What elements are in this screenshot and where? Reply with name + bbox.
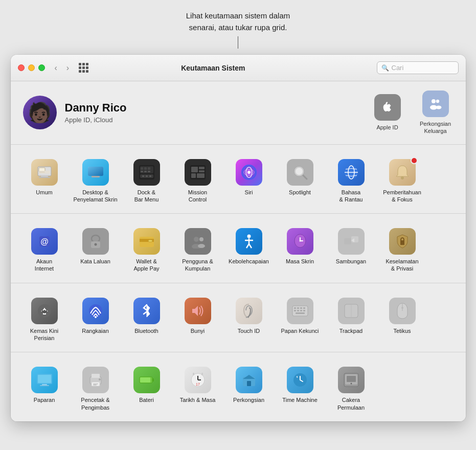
badge-notification bbox=[411, 157, 418, 164]
pref-icon-network bbox=[82, 298, 109, 324]
family-label: PerkongsianKeluarga bbox=[420, 120, 451, 135]
pref-item-internet[interactable]: @AkaunInternet bbox=[19, 223, 70, 277]
search-box[interactable]: 🔍 bbox=[377, 61, 459, 74]
svg-rect-103 bbox=[201, 373, 203, 375]
close-button[interactable] bbox=[18, 64, 25, 71]
pref-item-trackpad[interactable]: Trackpad bbox=[326, 292, 377, 346]
svg-rect-92 bbox=[93, 384, 98, 385]
svg-rect-11 bbox=[88, 167, 103, 176]
pref-item-bluetooth[interactable]: Bluetooth bbox=[121, 292, 172, 346]
svg-rect-105 bbox=[247, 381, 251, 386]
pref-grid-row1: UmumDesktop &Penyelamat SkrinDock &Bar M… bbox=[11, 145, 466, 214]
svg-rect-74 bbox=[300, 307, 302, 309]
svg-point-110 bbox=[350, 383, 352, 385]
svg-point-44 bbox=[92, 235, 100, 242]
pref-item-display[interactable]: Paparan bbox=[19, 362, 70, 415]
family-action[interactable]: PerkongsianKeluarga bbox=[418, 91, 454, 135]
svg-point-36 bbox=[296, 168, 303, 175]
avatar[interactable]: 🧑🏿 bbox=[23, 96, 57, 129]
pref-item-mouse[interactable]: Tetikus bbox=[377, 292, 428, 346]
pref-item-language[interactable]: Bahasa& Rantau bbox=[326, 154, 377, 208]
pref-grid-inner-2: @AkaunInternetKata LaluanWallet &Apple P… bbox=[19, 223, 458, 277]
titlebar: ‹ › Keutamaan Sistem 🔍 bbox=[11, 55, 466, 81]
pref-item-dock[interactable]: Dock &Bar Menu bbox=[121, 154, 172, 208]
pref-item-network[interactable]: Rangkaian bbox=[70, 292, 121, 346]
pref-label-screentime: Masa Skrin bbox=[286, 258, 314, 265]
pref-icon-notification bbox=[389, 159, 416, 186]
pref-label-network: Rangkaian bbox=[82, 327, 109, 334]
svg-point-34 bbox=[247, 171, 251, 174]
svg-rect-109 bbox=[347, 376, 356, 382]
pref-item-umum[interactable]: Umum bbox=[19, 154, 70, 208]
search-input[interactable] bbox=[392, 64, 453, 72]
pref-label-sound: Bunyi bbox=[191, 327, 205, 334]
pref-item-spotlight[interactable]: Spotlight bbox=[275, 154, 326, 208]
pref-label-internet: AkaunInternet bbox=[35, 258, 54, 273]
profile-info: Danny Rico Apple ID, iCloud bbox=[65, 101, 370, 124]
pref-label-siri: Siri bbox=[245, 189, 253, 196]
pref-item-wallet[interactable]: Wallet &Apple Pay bbox=[121, 223, 172, 277]
svg-rect-23 bbox=[146, 175, 148, 177]
pref-label-display: Paparan bbox=[34, 396, 55, 403]
pref-item-softwareupdate[interactable]: Kemas KiniPerisian bbox=[19, 292, 70, 346]
pref-icon-language bbox=[338, 159, 365, 186]
pref-item-keyboard[interactable]: Papan Kekunci bbox=[275, 292, 326, 346]
svg-line-37 bbox=[303, 175, 307, 179]
svg-rect-78 bbox=[300, 310, 302, 311]
pref-icon-keyboard bbox=[287, 298, 313, 324]
svg-point-94 bbox=[99, 378, 101, 380]
pref-icon-umum bbox=[31, 159, 58, 186]
pref-item-security[interactable]: Keselamatan& Privasi bbox=[377, 223, 428, 277]
svg-line-57 bbox=[246, 244, 249, 248]
pref-icon-touchid bbox=[236, 298, 262, 324]
pref-label-spotlight: Spotlight bbox=[289, 189, 311, 196]
pref-label-bluetooth: Bluetooth bbox=[134, 327, 158, 334]
pref-icon-dock bbox=[133, 159, 160, 186]
maximize-button[interactable] bbox=[38, 64, 45, 71]
search-icon: 🔍 bbox=[381, 64, 389, 72]
pref-item-printer[interactable]: Pencetak &Pengimbas bbox=[70, 362, 121, 415]
pref-label-timemachine: Time Machine bbox=[282, 396, 318, 403]
svg-rect-88 bbox=[40, 385, 49, 386]
pref-item-accessibility[interactable]: Kebolehcapaian bbox=[223, 223, 275, 277]
pref-icon-mission bbox=[185, 159, 211, 186]
pref-icon-datetime: 17 bbox=[185, 367, 211, 393]
pref-item-screentime[interactable]: Masa Skrin bbox=[275, 223, 326, 277]
pref-item-sound[interactable]: Bunyi bbox=[172, 292, 223, 346]
svg-point-50 bbox=[194, 237, 199, 242]
svg-rect-93 bbox=[93, 385, 97, 386]
pref-label-sharing: Perkongsian bbox=[233, 396, 264, 403]
pref-icon-extensions bbox=[338, 228, 365, 255]
profile-actions: Apple ID PerkongsianKeluarga bbox=[370, 91, 454, 135]
avatar-emoji: 🧑🏿 bbox=[28, 103, 52, 122]
pref-item-desktop[interactable]: Desktop &Penyelamat Skrin bbox=[70, 154, 121, 208]
pref-item-sharing[interactable]: Perkongsian bbox=[223, 362, 275, 415]
pref-icon-timemachine bbox=[287, 367, 313, 393]
pref-item-mission[interactable]: MissionControl bbox=[172, 154, 223, 208]
apple-id-action[interactable]: Apple ID bbox=[370, 94, 405, 131]
svg-point-3 bbox=[436, 106, 441, 109]
pref-label-mouse: Tetikus bbox=[393, 327, 411, 334]
pref-label-touchid: Touch ID bbox=[238, 327, 260, 334]
pref-item-password[interactable]: Kata Laluan bbox=[70, 223, 121, 277]
pref-label-accessibility: Kebolehcapaian bbox=[229, 258, 269, 265]
svg-point-52 bbox=[199, 237, 203, 241]
svg-rect-97 bbox=[152, 378, 154, 381]
pref-item-datetime[interactable]: 17Tarikh & Masa bbox=[172, 362, 223, 415]
pref-item-startup[interactable]: CakeraPermulaan bbox=[326, 362, 377, 415]
family-icon bbox=[422, 91, 449, 117]
svg-rect-9 bbox=[39, 171, 50, 172]
pref-item-battery[interactable]: Bateri bbox=[121, 362, 172, 415]
pref-item-siri[interactable]: Siri bbox=[223, 154, 275, 208]
svg-rect-86 bbox=[38, 375, 51, 383]
minimize-button[interactable] bbox=[28, 64, 35, 71]
pref-icon-spotlight bbox=[287, 159, 313, 186]
svg-rect-18 bbox=[141, 171, 143, 172]
svg-rect-102 bbox=[193, 373, 194, 375]
svg-text:17: 17 bbox=[196, 382, 200, 386]
pref-item-extensions[interactable]: Sambungan bbox=[326, 223, 377, 277]
pref-item-timemachine[interactable]: Time Machine bbox=[275, 362, 326, 415]
pref-item-notification[interactable]: Pemberitahuan& Fokus bbox=[377, 154, 428, 208]
pref-item-touchid[interactable]: Touch ID bbox=[223, 292, 275, 346]
pref-item-users[interactable]: Pengguna &Kumpulan bbox=[172, 223, 223, 277]
